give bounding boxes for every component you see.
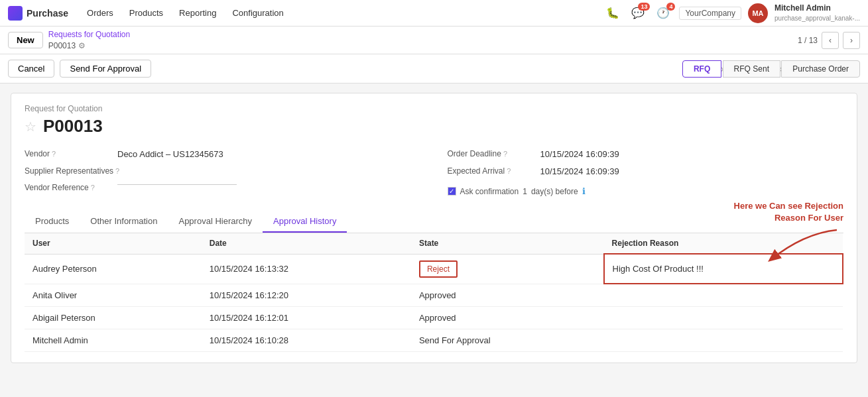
user-info: Mitchell Admin purchase_approval_kanak-.…	[775, 3, 860, 23]
nav-menu: Orders Products Reporting Configuration	[79, 0, 599, 27]
table-row: Abigail Peterson10/15/2024 16:12:01Appro…	[25, 306, 843, 329]
tabs-container: Products Other Information Approval Hier…	[25, 211, 843, 233]
bug-icon-btn[interactable]: 🐛	[603, 4, 622, 23]
nav-right: 🐛 💬 13 🕐 4 YourCompany MA Mitchell Admin…	[603, 3, 860, 23]
main-content: Request for Quotation ☆ P00013 Vendor ? …	[0, 84, 868, 374]
nav-configuration[interactable]: Configuration	[224, 0, 291, 27]
col-date: Date	[202, 233, 411, 254]
step-rfq[interactable]: RFQ	[682, 60, 721, 78]
vendor-ref-help-icon[interactable]: ?	[91, 184, 95, 192]
form-fields: Vendor ? Deco Addict – US12345673 Suppli…	[25, 146, 843, 200]
cell-state: Send For Approval	[411, 329, 604, 351]
settings-icon[interactable]: ⚙	[78, 40, 86, 52]
chat-badge: 13	[638, 3, 650, 11]
app-name: Purchase	[27, 8, 68, 19]
vendor-field-row: Vendor ? Deco Addict – US12345673	[25, 146, 421, 163]
tab-approval-history[interactable]: Approval History	[263, 211, 347, 233]
rejection-state-badge: Reject	[419, 260, 458, 278]
order-deadline-value: 10/15/2024 16:09:39	[540, 149, 619, 159]
breadcrumb-left: New Requests for Quotation P00013 ⚙	[8, 29, 130, 52]
supplier-rep-label: Supplier Representatives ?	[25, 166, 119, 176]
user-avatar[interactable]: MA	[748, 3, 768, 23]
pagination-label: 1 / 13	[798, 36, 818, 45]
ask-confirmation-label: Ask confirmation	[460, 187, 519, 196]
approval-table: User Date State Rejection Reason Audrey …	[25, 233, 843, 352]
vendor-help-icon[interactable]: ?	[52, 150, 56, 158]
cell-user: Anita Oliver	[25, 284, 202, 306]
info-icon[interactable]: ℹ	[582, 186, 586, 196]
new-button[interactable]: New	[8, 32, 43, 48]
username: Mitchell Admin	[775, 3, 860, 14]
cell-user: Abigail Peterson	[25, 306, 202, 329]
status-steps: RFQ › RFQ Sent › Purchase Order	[682, 60, 860, 78]
logo-icon	[8, 6, 23, 21]
cell-user: Audrey Peterson	[25, 254, 202, 284]
toolbar: Cancel Send For Approval RFQ › RFQ Sent …	[0, 54, 868, 84]
nav-products[interactable]: Products	[121, 0, 171, 27]
cell-date: 10/15/2024 16:12:20	[202, 284, 411, 306]
form-id-row: ☆ P00013	[25, 116, 843, 137]
tab-approval-hierarchy[interactable]: Approval Hierarchy	[168, 211, 263, 233]
col-user: User	[25, 233, 202, 254]
ask-confirmation-value: 1	[523, 187, 527, 196]
breadcrumb-bar: New Requests for Quotation P00013 ⚙ 1 / …	[0, 27, 868, 54]
cancel-button[interactable]: Cancel	[8, 60, 54, 78]
ask-confirmation-row: Ask confirmation 1 day(s) before ℹ	[448, 183, 844, 200]
cell-rejection-reason	[604, 284, 843, 306]
supplier-rep-help-icon[interactable]: ?	[115, 167, 119, 175]
form-title: Request for Quotation	[25, 104, 843, 113]
cell-date: 10/15/2024 16:12:01	[202, 306, 411, 329]
approval-history-section: User Date State Rejection Reason Audrey …	[25, 233, 843, 352]
favorite-icon[interactable]: ☆	[25, 119, 36, 135]
supplier-rep-field-row: Supplier Representatives ?	[25, 163, 421, 180]
cell-date: 10/15/2024 16:10:28	[202, 329, 411, 351]
vendor-label: Vendor ?	[25, 149, 117, 158]
ask-confirmation-checkbox[interactable]	[448, 187, 456, 196]
cell-state: Approved	[411, 306, 604, 329]
cell-state: Reject	[411, 254, 604, 284]
order-deadline-field-row: Order Deadline ? 10/15/2024 16:09:39	[448, 146, 844, 163]
breadcrumb-current: P00013 ⚙	[48, 40, 130, 52]
user-role: purchase_approval_kanak-...	[775, 14, 860, 23]
table-row: Mitchell Admin10/15/2024 16:10:28Send Fo…	[25, 329, 843, 351]
form-id: P00013	[43, 116, 103, 137]
chat-icon-btn[interactable]: 💬 13	[629, 4, 647, 23]
form-card: Request for Quotation ☆ P00013 Vendor ? …	[11, 93, 857, 363]
app-logo[interactable]: Purchase	[8, 6, 68, 21]
vendor-value: Deco Addict – US12345673	[117, 149, 223, 159]
expected-arrival-help-icon[interactable]: ?	[507, 167, 511, 175]
breadcrumb-right: 1 / 13 ‹ ›	[798, 32, 860, 49]
breadcrumb-parent[interactable]: Requests for Quotation	[48, 29, 130, 40]
cell-rejection-reason	[604, 329, 843, 351]
step-rfq-sent[interactable]: RFQ Sent	[723, 60, 780, 78]
nav-reporting[interactable]: Reporting	[171, 0, 224, 27]
cell-user: Mitchell Admin	[25, 329, 202, 351]
days-before-label: day(s) before	[531, 187, 578, 196]
cell-rejection-reason: High Cost Of Product !!!	[604, 254, 843, 284]
order-deadline-label: Order Deadline ?	[448, 149, 540, 158]
next-arrow[interactable]: ›	[843, 32, 860, 49]
send-for-approval-button[interactable]: Send For Approval	[60, 60, 151, 78]
vendor-ref-value[interactable]	[117, 183, 237, 185]
tab-other-information[interactable]: Other Information	[80, 211, 168, 233]
expected-arrival-value: 10/15/2024 16:09:39	[540, 166, 619, 176]
breadcrumb-id: P00013	[48, 40, 76, 52]
activity-icon-btn[interactable]: 🕐 4	[654, 4, 672, 23]
vendor-ref-label: Vendor Reference ?	[25, 183, 117, 192]
nav-orders[interactable]: Orders	[79, 0, 121, 27]
cell-date: 10/15/2024 16:13:32	[202, 254, 411, 284]
tab-products[interactable]: Products	[25, 211, 80, 233]
vendor-ref-field-row: Vendor Reference ?	[25, 180, 421, 196]
col-state: State	[411, 233, 604, 254]
order-deadline-help-icon[interactable]: ?	[503, 150, 507, 158]
expected-arrival-field-row: Expected Arrival ? 10/15/2024 16:09:39	[448, 163, 844, 180]
top-nav: Purchase Orders Products Reporting Confi…	[0, 0, 868, 27]
activity-badge: 4	[666, 3, 675, 11]
col-rejection-reason: Rejection Reason	[604, 233, 843, 254]
company-label[interactable]: YourCompany	[679, 7, 741, 20]
step-purchase-order[interactable]: Purchase Order	[781, 60, 860, 78]
prev-arrow[interactable]: ‹	[822, 32, 839, 49]
table-row: Anita Oliver10/15/2024 16:12:20Approved	[25, 284, 843, 306]
table-row: Audrey Peterson10/15/2024 16:13:32Reject…	[25, 254, 843, 284]
expected-arrival-label: Expected Arrival ?	[448, 166, 540, 176]
